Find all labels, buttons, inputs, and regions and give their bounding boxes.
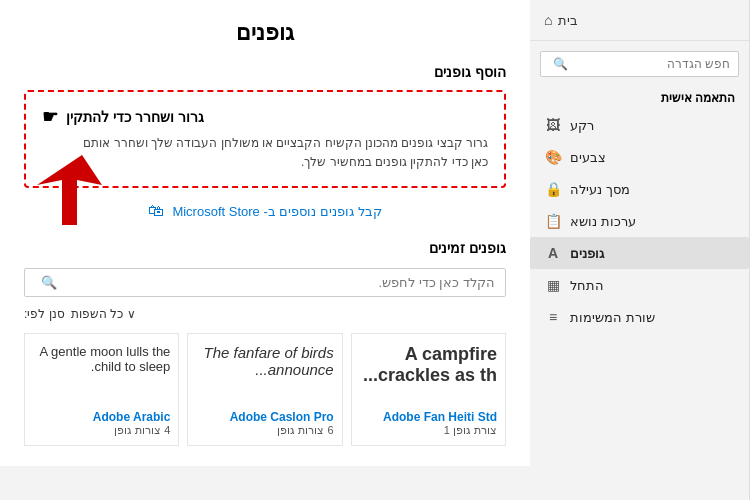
fonts-icon: A bbox=[544, 245, 562, 261]
content-wrapper: גופנים הוסף גופנים גרור ושחרר כדי להתקין… bbox=[0, 0, 530, 500]
page-title: גופנים bbox=[24, 20, 506, 46]
filter-row: ∨ כל השפות סנן לפי: bbox=[24, 307, 506, 321]
sidebar-item-label: רקע bbox=[570, 118, 594, 133]
font-item-2[interactable]: The fanfare of birds announce... Adobe C… bbox=[187, 333, 342, 446]
drag-title-text: גרור ושחרר כדי להתקין bbox=[66, 109, 204, 125]
start-icon: ▦ bbox=[544, 277, 562, 293]
cursor-icon: ☛ bbox=[42, 106, 58, 128]
sidebar-search-box[interactable]: 🔍 bbox=[540, 51, 739, 77]
font-search-box[interactable]: 🔍 bbox=[24, 268, 506, 297]
store-link-text: קבל גופנים נוספים ב- Microsoft Store bbox=[172, 204, 381, 219]
themes-icon: 📋 bbox=[544, 213, 562, 229]
sidebar-item-lockscreen[interactable]: מסך נעילה 🔒 bbox=[530, 173, 749, 205]
lockscreen-icon: 🔒 bbox=[544, 181, 562, 197]
sidebar-item-label: צבעים bbox=[570, 150, 606, 165]
add-font-section-title: הוסף גופנים bbox=[24, 64, 506, 80]
home-icon: ⌂ bbox=[544, 12, 552, 28]
background-icon: 🖼 bbox=[544, 117, 562, 133]
font-search-icon: 🔍 bbox=[41, 275, 57, 290]
filter-dropdown[interactable]: ∨ כל השפות bbox=[71, 307, 136, 321]
sidebar-item-label: שורת המשימות bbox=[570, 310, 655, 325]
font-name-2: Adobe Caslon Pro bbox=[196, 410, 333, 424]
sidebar-item-background[interactable]: רקע 🖼 bbox=[530, 109, 749, 141]
sidebar-search-icon: 🔍 bbox=[553, 57, 568, 71]
font-name-3: Adobe Arabic bbox=[33, 410, 170, 424]
store-link[interactable]: קבל גופנים נוספים ב- Microsoft Store 🛍 bbox=[24, 202, 506, 220]
drag-box-title: גרור ושחרר כדי להתקין ☛ bbox=[42, 106, 488, 128]
sidebar-item-start[interactable]: התחל ▦ bbox=[530, 269, 749, 301]
sidebar-item-label: גופנים bbox=[570, 246, 604, 261]
available-fonts-title: גופנים זמינים bbox=[24, 240, 506, 256]
sidebar-item-taskbar[interactable]: שורת המשימות ≡ bbox=[530, 301, 749, 333]
font-item-1[interactable]: A campfire crackles as th... Adobe Fan H… bbox=[351, 333, 506, 446]
filter-label: סנן לפי: bbox=[24, 307, 65, 321]
personalization-section-title: התאמה אישית bbox=[530, 83, 749, 109]
sidebar-home[interactable]: בית ⌂ bbox=[530, 0, 749, 41]
colors-icon: 🎨 bbox=[544, 149, 562, 165]
store-icon: 🛍 bbox=[148, 202, 164, 220]
sidebar-item-themes[interactable]: ערכות נושא 📋 bbox=[530, 205, 749, 237]
drag-box-desc: גרור קבצי גופנים מהכונן הקשיח הקבציים או… bbox=[42, 134, 488, 172]
font-preview-2: The fanfare of birds announce... bbox=[196, 344, 333, 404]
sidebar-item-label: ערכות נושא bbox=[570, 214, 636, 229]
font-count-3: 4 צורות גופן bbox=[33, 424, 170, 437]
taskbar-icon: ≡ bbox=[544, 309, 562, 325]
sidebar: בית ⌂ 🔍 התאמה אישית רקע 🖼 צבעים 🎨 מסך נע… bbox=[530, 0, 750, 500]
font-preview-3: A gentle moon lulls the child to sleep. bbox=[33, 344, 170, 404]
filter-value: כל השפות bbox=[71, 307, 123, 321]
sidebar-item-colors[interactable]: צבעים 🎨 bbox=[530, 141, 749, 173]
sidebar-item-label: מסך נעילה bbox=[570, 182, 630, 197]
font-item-3[interactable]: A gentle moon lulls the child to sleep. … bbox=[24, 333, 179, 446]
main-content: גופנים הוסף גופנים גרור ושחרר כדי להתקין… bbox=[0, 0, 530, 466]
sidebar-item-fonts[interactable]: גופנים A bbox=[530, 237, 749, 269]
sidebar-item-label: התחל bbox=[570, 278, 604, 293]
font-count-1: צורת גופן 1 bbox=[360, 424, 497, 437]
font-count-2: 6 צורות גופן bbox=[196, 424, 333, 437]
drag-drop-box[interactable]: גרור ושחרר כדי להתקין ☛ גרור קבצי גופנים… bbox=[24, 90, 506, 188]
font-search-input[interactable] bbox=[57, 275, 495, 290]
font-preview-1: A campfire crackles as th... bbox=[360, 344, 497, 404]
font-grid: A campfire crackles as th... Adobe Fan H… bbox=[24, 333, 506, 446]
filter-icon: ∨ bbox=[127, 307, 136, 321]
sidebar-search-input[interactable] bbox=[568, 57, 730, 71]
home-label: בית bbox=[558, 13, 578, 28]
font-name-1: Adobe Fan Heiti Std bbox=[360, 410, 497, 424]
